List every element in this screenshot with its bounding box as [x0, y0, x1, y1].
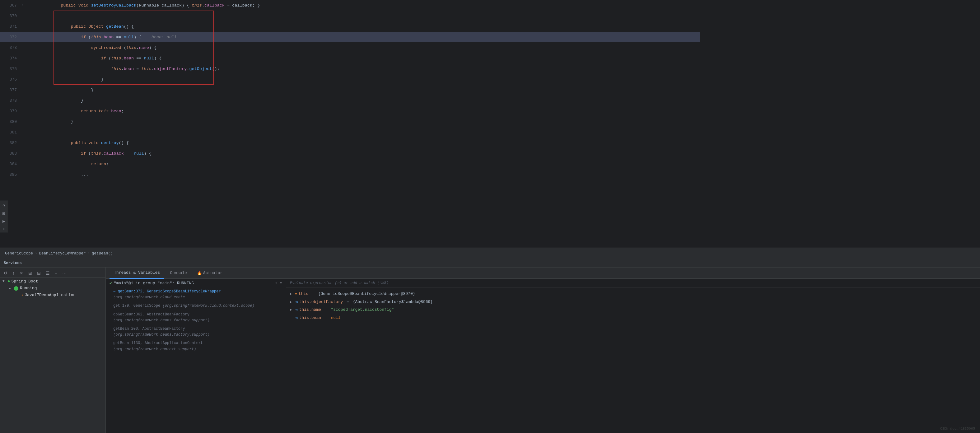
breadcrumb-bar: GenericScope › BeanLifecycleWrapper › ge… [0, 248, 980, 259]
frame-pkg-4: (org.springframework.context.support) [113, 347, 196, 352]
tab-actuator[interactable]: 🔥 Actuator [192, 267, 227, 279]
toolbar-extra-btn[interactable]: ⋯ [61, 270, 68, 276]
main-container: 367 › public void setDestroyCallback(Run… [0, 0, 980, 433]
eval-placeholder: Evaluate expression (⏎) or add a watch (… [290, 281, 388, 285]
line-num-383: 383 [0, 151, 22, 156]
tree-label-java17demo: Java17DemoApplication [25, 293, 76, 298]
services-body: ↺ ↑ ✕ ⊞ ⊟ ☰ + ⋯ ▼ ● Spring Boot ▶ [0, 267, 980, 433]
services-title: Services [4, 261, 22, 265]
toolbar-filter-btn[interactable]: ⊟ [36, 270, 42, 276]
frame-pkg-2: (org.springframework.beans.factory.suppo… [113, 318, 210, 323]
tree-item-running[interactable]: ▶ ⬤ Running [0, 285, 105, 292]
toolbar-group-btn[interactable]: ⊞ [27, 270, 33, 276]
tree-item-java17demo[interactable]: ✦ Java17DemoApplication [0, 292, 105, 298]
line-num-380: 380 [0, 119, 22, 124]
frame-item-0[interactable]: ⇒ getBean:372, GenericScope$BeanLifecycl… [106, 287, 286, 302]
frame-pkg-1: (org.springframework.cloud.context.scope… [162, 304, 254, 308]
frame-method-0: ⇒ getBean:372, GenericScope$BeanLifecycl… [113, 289, 221, 294]
frame-item-1[interactable]: get:179, GenericScope (org.springframewo… [106, 302, 286, 310]
tree-arrow-demo [16, 293, 21, 297]
var-item-this[interactable]: ▶ ≡ this = {GenericScope$BeanLifecycleWr… [290, 290, 976, 298]
var-key-objectfactory: this.objectFactory = {AbstractBeanFactor… [299, 299, 433, 305]
line-num-367: 367 [0, 3, 22, 8]
breadcrumb-sep-2: › [88, 252, 90, 256]
running-icon: ⬤ [14, 285, 19, 291]
check-icon: ✔ [110, 280, 112, 285]
debug-tabs: Threads & Variables Console 🔥 Actuator [106, 267, 980, 279]
frame-item-2[interactable]: doGetBean:362, AbstractBeanFactory (org.… [106, 310, 286, 325]
variables-panel: ▶ ≡ this = {GenericScope$BeanLifecycleWr… [286, 287, 980, 433]
toolbar-add-btn[interactable]: + [54, 270, 59, 276]
var-item-name[interactable]: ▶ ∞ this.name = "scopedTarget.nacosConfi… [290, 306, 976, 314]
watermark: CSDN @qq_41835065 [940, 427, 975, 430]
line-num-379: 379 [0, 109, 22, 113]
frame-method-3: getBean:200, AbstractBeanFactory [113, 326, 185, 331]
frame-method-1: get:179, GenericScope [113, 304, 160, 308]
filter-icon[interactable]: ⊟ [275, 280, 277, 285]
line-num-370: 370 [0, 14, 22, 18]
line-num-385: 385 [0, 172, 22, 177]
frame-method-4: getBean:1130, AbstractApplicationContext [113, 341, 203, 345]
var-key-name: this.name = "scopedTarget.nacosConfig" [299, 307, 394, 313]
debug-panel: Threads & Variables Console 🔥 Actuator ✔… [106, 267, 980, 433]
toolbar-restart-btn[interactable]: ↺ [3, 270, 9, 276]
expand-icon[interactable]: ▾ [280, 280, 282, 285]
toolbar-up-btn[interactable]: ↑ [11, 270, 16, 276]
frame-pkg-0: (org.springframework.cloud.conte [113, 295, 185, 299]
var-icon-name: ∞ [296, 307, 298, 313]
line-num-375: 375 [0, 67, 22, 71]
line-num-372: 372 [0, 35, 22, 40]
breadcrumb-genericscope[interactable]: GenericScope [5, 252, 33, 256]
tab-console[interactable]: Console [165, 267, 191, 279]
line-content-385: ... [28, 168, 700, 181]
frame-method-2: doGetBean:362, AbstractBeanFactory [113, 312, 189, 317]
line-arrow-367: › [22, 3, 28, 7]
frame-pkg-3: (org.springframework.beans.factory.suppo… [113, 333, 210, 337]
breadcrumb-beanlifecycle[interactable]: BeanLifecycleWrapper [39, 252, 86, 256]
var-item-objectfactory[interactable]: ▶ ∞ this.objectFactory = {AbstractBeanFa… [290, 298, 976, 306]
var-item-bean[interactable]: ∞ this.bean = null [290, 314, 976, 322]
actuator-icon: 🔥 [197, 271, 202, 275]
services-panel: Services ↺ ↑ ✕ ⊞ ⊟ ☰ + ⋯ ▼ ● [0, 259, 980, 433]
debug-content: ✔ "main"@1 in group "main": RUNNING ⊟ ▾ … [106, 279, 980, 433]
spring-icon: ● [8, 279, 10, 284]
tab-threads-variables[interactable]: Threads & Variables [110, 267, 164, 279]
code-lines: 367 › public void setDestroyCallback(Run… [0, 0, 700, 180]
services-toolbar: ↺ ↑ ✕ ⊞ ⊟ ☰ + ⋯ [0, 269, 105, 278]
right-empty-panel [700, 0, 980, 248]
var-arrow-objectfactory: ▶ [290, 299, 295, 305]
var-icon-oo: ∞ [296, 299, 298, 305]
frame-item-3[interactable]: getBean:200, AbstractBeanFactory (org.sp… [106, 325, 286, 339]
tree-arrow-running: ▶ [9, 286, 14, 290]
breadcrumb-getbean[interactable]: getBean() [92, 252, 113, 256]
tree-arrow-springboot: ▼ [3, 279, 8, 283]
toolbar-layout-btn[interactable]: ☰ [45, 270, 51, 276]
line-content-370 [28, 14, 700, 18]
code-line-367: 367 › public void setDestroyCallback(Run… [0, 0, 700, 11]
line-num-373: 373 [0, 45, 22, 50]
line-num-378: 378 [0, 98, 22, 103]
var-arrow-bean [290, 315, 295, 321]
var-icon-bean: ∞ [296, 315, 298, 321]
line-num-374: 374 [0, 56, 22, 60]
line-content-380: } [28, 115, 700, 129]
line-num-381: 381 [0, 130, 22, 135]
toolbar-close-btn[interactable]: ✕ [18, 270, 25, 276]
code-area: 367 › public void setDestroyCallback(Run… [0, 0, 700, 248]
var-key-this: this = {GenericScope$BeanLifecycleWrappe… [299, 291, 415, 297]
variables-section: Evaluate expression (⏎) or add a watch (… [286, 279, 980, 433]
eval-bar: Evaluate expression (⏎) or add a watch (… [286, 279, 980, 287]
frames-panel: ✔ "main"@1 in group "main": RUNNING ⊟ ▾ … [106, 279, 286, 433]
code-editor: 367 › public void setDestroyCallback(Run… [0, 0, 980, 248]
line-num-377: 377 [0, 88, 22, 92]
breadcrumb-sep-1: › [35, 252, 37, 256]
var-arrow-name: ▶ [290, 307, 295, 313]
tree-item-springboot[interactable]: ▼ ● Spring Boot [0, 278, 105, 285]
spark-icon: ✦ [21, 293, 23, 298]
var-key-bean: this.bean = null [299, 315, 340, 321]
code-line-380: 380 } [0, 116, 700, 127]
frame-item-4[interactable]: getBean:1130, AbstractApplicationContext… [106, 339, 286, 353]
line-num-376: 376 [0, 77, 22, 82]
line-num-384: 384 [0, 162, 22, 166]
var-arrow-this: ▶ [290, 291, 295, 297]
